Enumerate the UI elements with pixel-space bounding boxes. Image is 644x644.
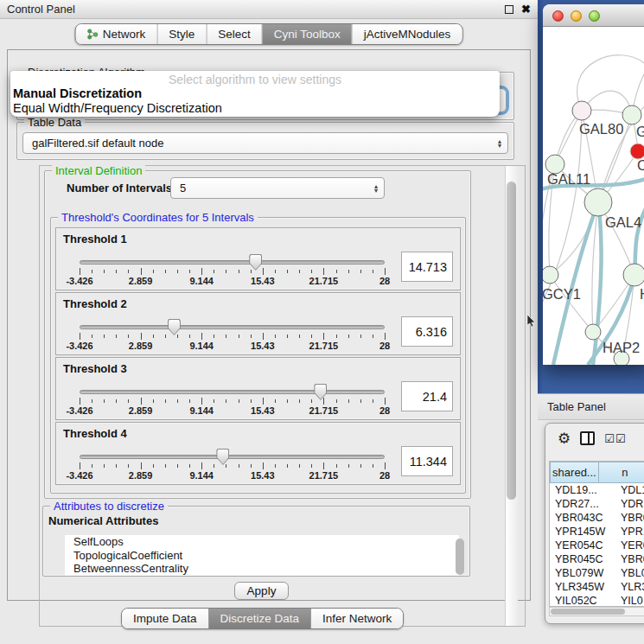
float-window-icon[interactable] [505,5,513,14]
node-table[interactable]: shared...n YDL19...YDL1YDR27...YDR2YBR04… [549,461,644,607]
threshold-slider-track[interactable] [80,455,385,459]
threshold-slider-thumb[interactable] [249,254,262,271]
threshold-slider-thumb[interactable] [216,449,229,465]
slider-tick-label: 28 [379,341,390,351]
table-cell: YDR27... [550,498,614,510]
table-horizontal-scrollbar-thumb[interactable] [551,609,625,615]
tab-jactivemnodules[interactable]: jActiveMNodules [353,24,462,44]
network-node[interactable] [543,266,558,284]
tab-infer-network[interactable]: Infer Network [311,609,403,628]
slider-tick [80,333,80,340]
threshold-value-field[interactable]: 21.4 [401,381,453,411]
close-icon[interactable]: ✖ [521,5,531,14]
threshold-value-field[interactable]: 6.316 [401,316,453,347]
table-row[interactable]: YDL19...YDL1 [550,483,644,497]
columns-icon[interactable] [580,431,595,445]
table-row[interactable]: YIL052CYIL0 [550,594,644,607]
threshold-slider-track[interactable] [80,390,385,394]
slider-tick [214,399,214,403]
slider-tick [128,399,129,403]
slider-tick-label: 2.859 [129,470,153,481]
slider-tick [323,462,324,469]
node-label-hap2: HAP2 [603,340,640,355]
attribute-item-topologicalcoefficient[interactable]: TopologicalCoefficient [65,549,459,563]
network-node[interactable] [584,188,612,216]
attributes-list-scrollbar-thumb[interactable] [456,539,464,575]
network-edge-highlighted [553,202,598,365]
attribute-item-selfloops[interactable]: SelfLoops [65,535,459,549]
slider-tick [80,462,80,469]
slider-tick [275,335,276,338]
threshold-slider-thumb[interactable] [168,319,181,335]
zoom-traffic-light-icon[interactable] [589,10,600,22]
table-row[interactable]: YDR27...YDR2 [550,497,644,511]
slider-tick [104,464,105,468]
slider-tick-label: 15.43 [251,470,275,481]
threshold-slider-track[interactable] [80,260,385,265]
slider-tick [165,270,166,273]
numerical-attributes-list[interactable]: SelfLoopsTopologicalCoefficientBetweenne… [65,535,459,576]
gear-icon[interactable]: ⚙ [558,431,571,446]
table-cell: YBR0 [614,512,644,524]
table-horizontal-scrollbar[interactable] [549,607,644,616]
table-data-combobox[interactable]: galFiltered.sif default node ▴▾ [22,132,508,154]
network-node[interactable] [622,105,641,124]
select-columns-checkboxes-icon[interactable]: ☑☑ [604,432,626,445]
minimize-traffic-light-icon[interactable] [571,10,582,22]
popup-hint: Select algorithm to view settings [10,71,500,86]
threshold-slider-thumb[interactable] [314,384,327,400]
popup-item-equal-width-frequency-discretization[interactable]: Equal Width/Frequency Discretization [10,101,500,116]
slider-tick [92,464,92,468]
number-of-intervals-combobox[interactable]: 5 ▴▾ [170,177,385,199]
slider-tick [263,268,264,275]
threshold-slider-track[interactable] [80,325,385,329]
network-node[interactable] [572,101,591,120]
table-row[interactable]: YLR345WYLR3 [550,580,644,594]
close-traffic-light-icon[interactable] [552,10,564,22]
network-node[interactable] [623,264,644,286]
table-row[interactable]: YBR043CYBR0 [550,511,644,525]
thresholds-group-title: Threshold's Coordinates for 5 Intervals [58,211,258,224]
table-row[interactable]: YER054CYER0 [550,539,644,552]
table-data-group: Table Data galFiltered.sif default node … [16,122,514,160]
tab-label: jActiveMNodules [364,28,451,41]
slider-tick [153,399,154,403]
slider-tick [214,335,214,338]
node-label-ga: GA [636,124,644,139]
apply-button[interactable]: Apply [234,582,289,600]
tab-discretize-data[interactable]: Discretize Data [209,609,312,628]
vertical-scrollbar-thumb[interactable] [507,182,516,500]
slider-tick [189,270,190,273]
tab-select[interactable]: Select [207,24,263,44]
slider-tick-label: 21.715 [309,341,339,351]
table-data-value: galFiltered.sif default node [32,137,163,150]
network-node[interactable] [585,324,601,340]
slider-tick [299,270,300,273]
node-label-gal80: GAL80 [579,121,623,137]
combo-arrows-icon: ▴▾ [498,139,501,148]
threshold-value-field[interactable]: 14.713 [401,252,453,282]
threshold-panel-1: Threshold 1-3.4262.8599.14415.4321.71528… [55,227,461,290]
slider-tick [201,462,202,469]
slider-tick [116,464,117,468]
table-row[interactable]: YPR145WYPR1 [550,525,644,539]
tab-impute-data[interactable]: Impute Data [122,609,209,628]
threshold-value-field[interactable]: 11.344 [401,446,453,476]
tab-network[interactable]: Network [76,24,158,44]
table-row[interactable]: YBL079WYBL0 [550,566,644,580]
tab-style[interactable]: Style [157,24,207,44]
network-canvas[interactable]: GAL80GACGAL11GAL4GCY1HHAP2 [543,27,644,365]
popup-item-manual-discretization[interactable]: Manual Discretization [10,86,500,101]
slider-tick [92,399,92,403]
table-row[interactable]: YBR045CYBR0 [550,552,644,566]
table-column-header-shared[interactable]: shared... [550,462,599,483]
slider-tick [141,333,142,340]
slider-tick [165,464,166,468]
table-cell: YLR345W [550,581,614,593]
slider-tick [348,464,349,468]
network-window-titlebar [543,4,644,27]
attribute-item-betweennesscentrality[interactable]: BetweennessCentrality [65,562,459,576]
table-column-header-n[interactable]: n [599,462,644,483]
table-cell: YLR3 [614,581,644,593]
tab-cyni-toolbox[interactable]: Cyni Toolbox [263,24,353,44]
